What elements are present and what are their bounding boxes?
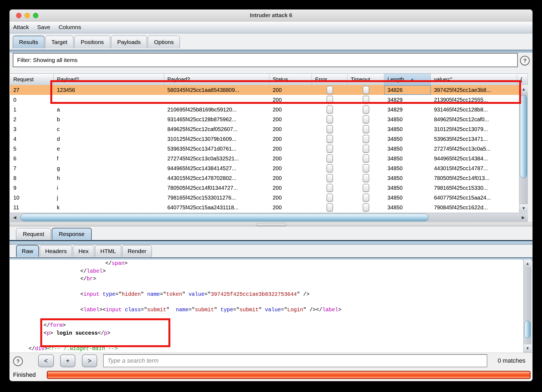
- value-cell: 272745f425cc13c0a5...: [431, 144, 517, 154]
- column-header-value-[interactable]: value=": [431, 74, 517, 85]
- scroll-down-icon[interactable]: ▼: [519, 204, 528, 212]
- error-checkbox[interactable]: [327, 105, 333, 114]
- timeout-checkbox[interactable]: [363, 115, 369, 123]
- timeout-checkbox[interactable]: [363, 135, 369, 143]
- table-vertical-scrollbar[interactable]: ▲ ▼: [519, 85, 528, 212]
- column-header-length[interactable]: Length: [384, 74, 431, 85]
- table-row[interactable]: 11k640775f425cc15aa2431118...20034850790…: [10, 203, 519, 212]
- error-checkbox[interactable]: [327, 154, 333, 163]
- scroll-down-icon[interactable]: ▼: [524, 344, 531, 352]
- tab-target[interactable]: Target: [45, 36, 73, 48]
- error-checkbox[interactable]: [327, 203, 333, 211]
- error-checkbox[interactable]: [327, 164, 333, 172]
- timeout-cell: [347, 144, 384, 154]
- error-checkbox[interactable]: [327, 135, 333, 143]
- column-header-payload2[interactable]: Payload2: [164, 74, 269, 85]
- timeout-checkbox[interactable]: [363, 86, 369, 94]
- table-row[interactable]: 5e539635f425cc13471d0761...2003485027274…: [10, 144, 519, 154]
- error-cell: [312, 203, 347, 212]
- filter-help-icon[interactable]: ?: [520, 56, 530, 66]
- column-header-payload1[interactable]: Payload1: [54, 74, 164, 85]
- tab-hex[interactable]: Hex: [73, 245, 94, 257]
- timeout-checkbox[interactable]: [363, 174, 369, 182]
- table-row[interactable]: 1a210695f425b8169bc59120...2003482993146…: [10, 105, 519, 114]
- code-token: >: [107, 330, 110, 336]
- tab-html[interactable]: HTML: [95, 245, 121, 257]
- table-row[interactable]: 10j798165f425cc1533011276...200348506407…: [10, 193, 519, 203]
- code-token: form: [50, 322, 63, 328]
- timeout-checkbox[interactable]: [363, 194, 369, 202]
- response-raw-view[interactable]: </span></label></br><input type="hidden"…: [10, 260, 523, 353]
- error-checkbox[interactable]: [327, 184, 333, 192]
- table-row[interactable]: 27123456580345f425cc1aa85438809...200348…: [10, 85, 519, 95]
- search-previous-button[interactable]: <: [38, 354, 54, 367]
- error-checkbox[interactable]: [327, 174, 333, 182]
- error-checkbox[interactable]: [327, 145, 333, 153]
- search-next-button[interactable]: >: [82, 354, 97, 367]
- code-token: </: [29, 346, 35, 352]
- code-token: value: [265, 307, 281, 313]
- menu-columns[interactable]: Columns: [55, 21, 85, 33]
- filter-bar[interactable]: Filter: Showing all items: [13, 53, 518, 67]
- timeout-checkbox[interactable]: [363, 203, 369, 211]
- table-vscroll-thumb[interactable]: [520, 95, 527, 178]
- timeout-checkbox[interactable]: [363, 145, 369, 153]
- table-row[interactable]: 3c849625f425cc12caf052607...200348503101…: [10, 124, 519, 134]
- tab-headers[interactable]: Headers: [40, 245, 72, 257]
- error-checkbox[interactable]: [327, 86, 333, 94]
- scroll-up-icon[interactable]: ▲: [524, 260, 531, 267]
- request-cell: 0: [10, 95, 54, 105]
- panel-splitter[interactable]: [10, 222, 532, 226]
- tab-positions[interactable]: Positions: [74, 36, 110, 48]
- tab-payloads[interactable]: Payloads: [111, 36, 147, 48]
- response-vertical-scrollbar[interactable]: ▲ ▼: [523, 260, 531, 353]
- timeout-checkbox[interactable]: [363, 154, 369, 163]
- response-code-line: [10, 298, 523, 306]
- table-row[interactable]: 4d310125f425cc13079b1609...2003485053963…: [10, 134, 519, 144]
- error-checkbox[interactable]: [327, 115, 333, 123]
- timeout-checkbox[interactable]: [363, 105, 369, 114]
- title-bar: Intruder attack 6: [10, 10, 532, 21]
- table-hscroll-thumb[interactable]: [20, 214, 429, 221]
- table-row[interactable]: 7g944965f425cc1438414527...2003485044301…: [10, 163, 519, 173]
- error-checkbox[interactable]: [327, 194, 333, 202]
- error-checkbox[interactable]: [327, 96, 333, 104]
- scroll-up-icon[interactable]: ▲: [519, 85, 528, 93]
- table-horizontal-scrollbar[interactable]: ◀ ▶: [10, 213, 528, 222]
- response-vscroll-thumb[interactable]: [524, 321, 531, 338]
- search-add-button[interactable]: +: [60, 354, 75, 367]
- timeout-checkbox[interactable]: [363, 125, 369, 133]
- table-row[interactable]: 8h443015f425cc1478702802...2003485078050…: [10, 173, 519, 183]
- timeout-checkbox[interactable]: [363, 96, 369, 104]
- tab-options[interactable]: Options: [148, 36, 180, 48]
- table-row[interactable]: 6f272745f425cc13c0a532521...200348509449…: [10, 154, 519, 163]
- splitter-handle-icon[interactable]: [256, 223, 287, 226]
- payload1-cell: [54, 95, 164, 105]
- scroll-right-icon[interactable]: ▶: [519, 213, 528, 222]
- timeout-checkbox[interactable]: [363, 164, 369, 172]
- column-header-request[interactable]: Request: [10, 74, 54, 85]
- payload1-cell: 123456: [54, 85, 164, 95]
- scroll-left-icon[interactable]: ◀: [10, 213, 19, 222]
- table-row[interactable]: 9i780505f425cc14f01344727...200348507981…: [10, 183, 519, 193]
- search-input[interactable]: [103, 354, 487, 367]
- column-header-timeout[interactable]: Timeout: [347, 74, 384, 85]
- search-help-icon[interactable]: ?: [13, 356, 23, 366]
- tab-request[interactable]: Request: [16, 228, 51, 240]
- error-checkbox[interactable]: [327, 125, 333, 133]
- value-cell: 780505f425cc14f013...: [431, 173, 517, 183]
- column-header-status[interactable]: Status: [269, 74, 312, 85]
- menu-bar: Attack Save Columns: [10, 21, 532, 33]
- menu-attack[interactable]: Attack: [10, 21, 32, 33]
- tab-raw[interactable]: Raw: [16, 245, 39, 257]
- tab-results[interactable]: Results: [13, 36, 44, 48]
- tab-response[interactable]: Response: [52, 228, 92, 240]
- column-header-error[interactable]: Error: [312, 74, 347, 85]
- table-row[interactable]: 020034829213905f425cc12555...: [10, 95, 519, 105]
- payload2-cell: 849625f425cc12caf052607...: [164, 124, 269, 134]
- timeout-checkbox[interactable]: [363, 184, 369, 192]
- column-header--[interactable]: (: [517, 74, 528, 85]
- tab-render[interactable]: Render: [122, 245, 152, 257]
- menu-save[interactable]: Save: [34, 21, 54, 33]
- table-row[interactable]: 2b931465f425cc128b875962...2003485084962…: [10, 114, 519, 124]
